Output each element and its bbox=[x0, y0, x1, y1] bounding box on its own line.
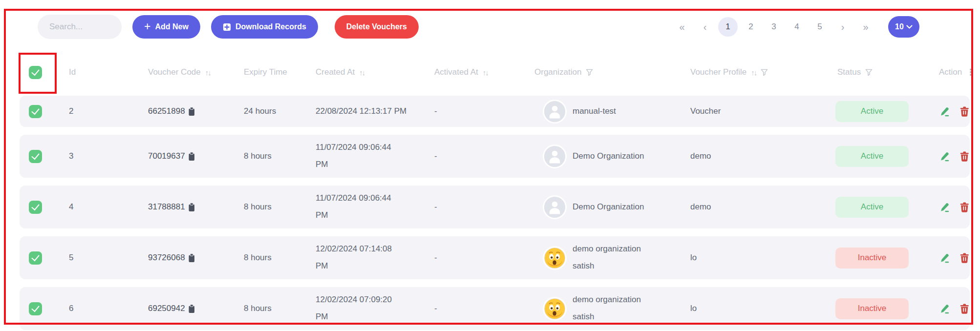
cell-organization: Demo Organization bbox=[528, 145, 684, 168]
pagination-last-button[interactable]: » bbox=[856, 17, 875, 37]
column-header-organization: Organization bbox=[528, 67, 684, 77]
cell-voucher-profile: lo bbox=[684, 253, 826, 263]
cell-voucher-code: 31788881 bbox=[142, 202, 237, 212]
organization-avatar bbox=[543, 195, 567, 219]
cell-expiry-time: 8 hours bbox=[237, 253, 309, 263]
cell-id: 2 bbox=[51, 106, 142, 116]
filter-icon[interactable] bbox=[586, 69, 593, 76]
cell-voucher-code: 66251898 bbox=[142, 106, 237, 116]
cell-status: Inactive bbox=[826, 298, 918, 319]
voucher-table: Id Voucher Code ↑↓ Expiry Time Created A… bbox=[20, 53, 970, 330]
cell-created-at: 22/08/2024 12:13:17 PM bbox=[309, 103, 428, 120]
cell-action bbox=[918, 252, 970, 264]
cell-status: Active bbox=[826, 146, 918, 167]
cell-activated-at: - bbox=[428, 253, 528, 263]
delete-icon[interactable] bbox=[959, 252, 970, 264]
download-records-label: Download Records bbox=[235, 22, 306, 31]
cell-organization: Demo Organization bbox=[528, 195, 684, 219]
cell-created-at: 11/07/2024 09:06:44 PM bbox=[309, 139, 428, 173]
table-row: 3 70019637 8 hours 11/07/2024 09:06:44 P… bbox=[20, 135, 970, 178]
column-header-voucher-code: Voucher Code ↑↓ bbox=[142, 67, 237, 77]
cell-status: Inactive bbox=[826, 248, 918, 269]
cell-expiry-time: 8 hours bbox=[237, 304, 309, 313]
download-records-button[interactable]: Download Records bbox=[211, 15, 318, 39]
row-checkbox[interactable] bbox=[29, 150, 42, 163]
status-badge: Active bbox=[835, 197, 909, 218]
row-checkbox[interactable] bbox=[29, 201, 42, 214]
cell-status: Active bbox=[826, 197, 918, 218]
delete-icon[interactable] bbox=[959, 202, 970, 213]
sort-icon[interactable]: ↑↓ bbox=[483, 68, 488, 77]
cell-activated-at: - bbox=[428, 151, 528, 161]
pagination: « ‹ 1 2 3 4 5 › » 10 bbox=[669, 16, 919, 38]
status-badge: Inactive bbox=[835, 248, 909, 269]
cell-activated-at: - bbox=[428, 202, 528, 212]
edit-icon[interactable] bbox=[939, 106, 950, 117]
select-all-checkbox[interactable] bbox=[29, 66, 42, 79]
edit-icon[interactable] bbox=[939, 151, 950, 162]
pagination-first-button[interactable]: « bbox=[672, 17, 692, 37]
edit-icon[interactable] bbox=[939, 303, 950, 314]
pagination-page-3[interactable]: 3 bbox=[764, 17, 784, 37]
person-icon bbox=[544, 197, 565, 218]
cell-voucher-profile: demo bbox=[684, 151, 826, 161]
column-header-expiry-time: Expiry Time bbox=[237, 67, 309, 77]
organization-avatar bbox=[543, 100, 567, 124]
pagination-page-5[interactable]: 5 bbox=[810, 17, 830, 37]
pagination-next-button[interactable]: › bbox=[833, 17, 852, 37]
kebab-menu-icon[interactable]: ⋮ bbox=[966, 67, 975, 78]
cell-action bbox=[918, 202, 970, 213]
pagination-page-1[interactable]: 1 bbox=[718, 17, 738, 37]
cell-activated-at: - bbox=[428, 304, 528, 313]
column-header-created-at: Created At ↑↓ bbox=[309, 67, 428, 77]
table-header-row: Id Voucher Code ↑↓ Expiry Time Created A… bbox=[20, 53, 970, 92]
pagination-page-4[interactable]: 4 bbox=[787, 17, 807, 37]
table-row: 6 69250942 8 hours 12/02/2024 07:09:20 P… bbox=[20, 287, 970, 330]
row-checkbox[interactable] bbox=[29, 105, 42, 118]
cell-voucher-code: 70019637 bbox=[142, 151, 237, 161]
search-input[interactable] bbox=[49, 22, 110, 32]
copy-icon[interactable] bbox=[188, 152, 195, 161]
voucher-management-screen: + Add New Download Records Delete Vouche… bbox=[0, 0, 980, 331]
organization-avatar bbox=[543, 145, 567, 168]
cell-created-at: 11/07/2024 09:06:44 PM bbox=[309, 190, 428, 224]
pagination-page-2[interactable]: 2 bbox=[741, 17, 761, 37]
plus-icon: + bbox=[144, 21, 150, 32]
delete-icon[interactable] bbox=[959, 106, 970, 117]
delete-vouchers-button[interactable]: Delete Vouchers bbox=[335, 15, 419, 39]
pagination-prev-button[interactable]: ‹ bbox=[695, 17, 715, 37]
edit-icon[interactable] bbox=[939, 252, 950, 264]
copy-icon[interactable] bbox=[188, 203, 195, 212]
delete-icon[interactable] bbox=[959, 303, 970, 314]
cell-organization: manual-test bbox=[528, 100, 684, 124]
sort-icon[interactable]: ↑↓ bbox=[359, 68, 364, 77]
page-size-dropdown[interactable]: 10 bbox=[888, 16, 919, 38]
copy-icon[interactable] bbox=[188, 304, 195, 313]
cell-organization: demo organization satish bbox=[528, 241, 684, 275]
cell-expiry-time: 8 hours bbox=[237, 151, 309, 161]
copy-icon[interactable] bbox=[188, 253, 195, 263]
row-checkbox[interactable] bbox=[29, 251, 42, 265]
filter-icon[interactable] bbox=[865, 69, 873, 76]
table-row: 4 31788881 8 hours 11/07/2024 09:06:44 P… bbox=[20, 186, 970, 228]
cell-voucher-code: 93726068 bbox=[142, 253, 237, 263]
copy-icon[interactable] bbox=[188, 107, 195, 116]
delete-icon[interactable] bbox=[959, 151, 970, 162]
delete-vouchers-label: Delete Vouchers bbox=[346, 22, 407, 31]
edit-icon[interactable] bbox=[939, 202, 950, 213]
cell-expiry-time: 8 hours bbox=[237, 202, 309, 212]
sort-icon[interactable]: ↑↓ bbox=[751, 68, 756, 77]
row-checkbox[interactable] bbox=[29, 302, 42, 315]
column-header-voucher-profile: Voucher Profile ↑↓ bbox=[684, 67, 826, 77]
cell-id: 5 bbox=[51, 253, 142, 263]
filter-icon[interactable] bbox=[761, 69, 768, 76]
column-header-id: Id bbox=[51, 67, 142, 77]
cell-voucher-code: 69250942 bbox=[142, 304, 237, 313]
sort-icon[interactable]: ↑↓ bbox=[205, 68, 211, 77]
organization-name: Demo Organization bbox=[573, 148, 644, 165]
add-new-button[interactable]: + Add New bbox=[132, 15, 200, 39]
shocked-emoji-icon bbox=[544, 298, 565, 319]
person-icon bbox=[544, 146, 565, 167]
cell-voucher-profile: lo bbox=[684, 304, 826, 313]
person-icon bbox=[544, 101, 565, 122]
